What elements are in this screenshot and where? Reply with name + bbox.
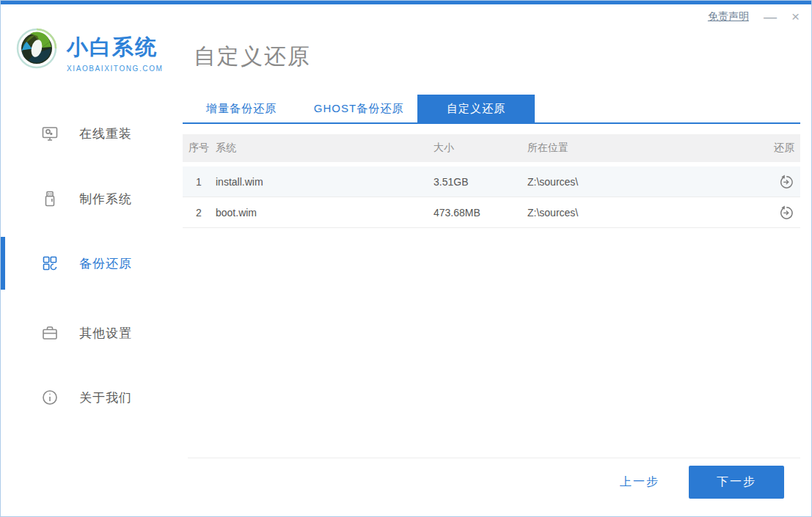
sidebar-item-make-system[interactable]: 制作系统 (1, 181, 177, 216)
sidebar-item-online-reinstall[interactable]: 在线重装 (1, 116, 177, 151)
brand-domain: XIAOBAIXITONG.COM (67, 65, 163, 73)
cell-location: Z:\sources\ (527, 207, 762, 219)
app-window: 免责声明 — × 小白系统 XIAOBAIXITONG.COM 自定义还原 在线… (0, 0, 812, 517)
image-table: 序号 系统 大小 所在位置 还原 1 install.wim 3.51GB Z:… (183, 134, 800, 228)
table-row: 1 install.wim 3.51GB Z:\sources\ (183, 166, 800, 197)
tab-ghost-backup-restore[interactable]: GHOST备份还原 (300, 95, 417, 122)
brand-name: 小白系统 (67, 33, 163, 62)
sidebar-item-label: 制作系统 (79, 191, 132, 208)
usb-drive-icon (41, 190, 59, 208)
col-header-size: 大小 (434, 142, 527, 155)
sidebar-item-label: 关于我们 (79, 389, 132, 406)
tab-custom-restore[interactable]: 自定义还原 (417, 95, 535, 122)
toolbox-icon (41, 324, 59, 342)
cell-no: 2 (183, 207, 216, 219)
table-row: 2 boot.wim 473.68MB Z:\sources\ (183, 197, 800, 228)
cell-system: boot.wim (216, 207, 434, 219)
tab-incremental-backup-restore[interactable]: 增量备份还原 (183, 95, 300, 122)
cell-location: Z:\sources\ (527, 176, 762, 188)
sidebar-item-label: 在线重装 (79, 125, 132, 142)
sidebar-item-label: 备份还原 (79, 255, 132, 272)
sidebar: 在线重装 制作系统 备份还原 其他设置 (1, 81, 177, 492)
page-title: 自定义还原 (194, 42, 311, 72)
table-header-row: 序号 系统 大小 所在位置 还原 (183, 134, 800, 162)
close-button[interactable]: × (791, 10, 800, 24)
monitor-icon (41, 125, 59, 142)
app-logo-icon (15, 27, 58, 70)
restore-icon[interactable] (778, 205, 794, 221)
sidebar-item-other-settings[interactable]: 其他设置 (1, 315, 177, 351)
sidebar-item-backup-restore[interactable]: 备份还原 (1, 246, 177, 281)
sidebar-item-label: 其他设置 (79, 325, 132, 342)
brand-block: 小白系统 XIAOBAIXITONG.COM (67, 33, 163, 73)
cell-system: install.wim (216, 176, 434, 188)
window-top-accent-bar (1, 1, 811, 4)
footer-bar: 上一步 下一步 (188, 458, 800, 506)
previous-step-button[interactable]: 上一步 (620, 474, 659, 490)
disclaimer-link[interactable]: 免责声明 (708, 10, 749, 23)
info-circle-icon (41, 389, 59, 406)
titlebar-controls: 免责声明 — × (708, 10, 800, 24)
restore-tabs: 增量备份还原 GHOST备份还原 自定义还原 (183, 95, 800, 124)
col-header-system: 系统 (216, 142, 434, 155)
col-header-location: 所在位置 (527, 142, 762, 155)
grid-blocks-icon (41, 254, 59, 272)
restore-icon[interactable] (778, 174, 794, 190)
col-header-restore: 还原 (762, 142, 800, 155)
sidebar-item-about-us[interactable]: 关于我们 (1, 380, 177, 415)
minimize-button[interactable]: — (764, 10, 777, 24)
col-header-no: 序号 (183, 142, 216, 155)
next-step-button[interactable]: 下一步 (689, 466, 784, 499)
cell-size: 3.51GB (434, 176, 527, 188)
cell-no: 1 (183, 176, 216, 188)
cell-size: 473.68MB (434, 207, 527, 219)
